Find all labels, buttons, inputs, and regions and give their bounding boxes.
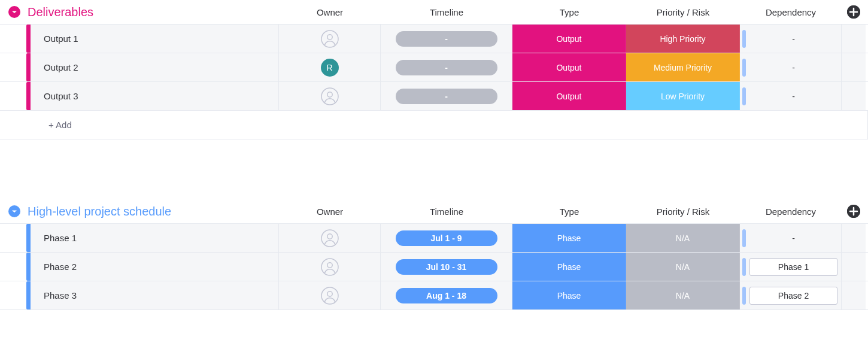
owner-cell[interactable] — [279, 25, 381, 53]
type-label: Output — [556, 34, 581, 44]
column-header-owner[interactable]: Owner — [279, 207, 381, 217]
item-name-cell[interactable]: Output 3 — [31, 82, 279, 110]
item-name-cell[interactable]: Phase 2 — [31, 253, 279, 281]
priority-label: Low Priority — [661, 92, 705, 101]
row-trailing-cell — [842, 224, 866, 252]
column-header-timeline[interactable]: Timeline — [381, 7, 512, 17]
owner-cell[interactable]: R — [279, 53, 381, 81]
dependency-cell[interactable]: - — [740, 82, 842, 110]
svg-point-12 — [321, 287, 338, 304]
item-name: Phase 3 — [44, 290, 77, 300]
timeline-pill: Jul 10 - 31 — [396, 259, 497, 275]
priority-cell[interactable]: N/A — [626, 224, 740, 252]
row-accent — [26, 224, 31, 252]
priority-label: High Priority — [660, 34, 705, 44]
chevron-down-icon[interactable] — [8, 6, 20, 18]
type-cell[interactable]: Output — [512, 25, 626, 53]
dependency-cell[interactable]: Phase 1 — [740, 253, 842, 281]
type-label: Output — [556, 63, 581, 72]
timeline-cell[interactable]: - — [381, 25, 512, 53]
priority-cell[interactable]: Medium Priority — [626, 53, 740, 81]
dependency-value: Phase 2 — [749, 287, 837, 305]
row-indent — [0, 53, 26, 81]
owner-cell[interactable] — [279, 224, 381, 252]
chevron-down-icon[interactable] — [8, 205, 20, 217]
dependency-cell[interactable]: - — [740, 53, 842, 81]
add-column-cell — [842, 205, 866, 218]
owner-cell[interactable] — [279, 253, 381, 281]
group-schedule: High-level project scheduleOwnerTimeline… — [0, 199, 868, 310]
row-accent — [26, 82, 31, 110]
owner-cell[interactable] — [279, 281, 381, 309]
priority-cell[interactable]: High Priority — [626, 25, 740, 53]
column-header-owner[interactable]: Owner — [279, 7, 381, 17]
add-item-row[interactable]: + Add — [0, 110, 868, 139]
row-trailing-cell — [842, 82, 866, 110]
type-cell[interactable]: Phase — [512, 281, 626, 309]
dependency-accent — [742, 30, 746, 48]
group-deliverables: DeliverablesOwnerTimelineTypePriority / … — [0, 0, 868, 139]
add-column-cell — [842, 5, 866, 19]
column-header-dependency[interactable]: Dependency — [740, 7, 842, 17]
type-label: Output — [556, 92, 581, 101]
row-indent — [0, 82, 26, 110]
dependency-cell[interactable]: Phase 2 — [740, 281, 842, 309]
timeline-cell[interactable]: Jul 1 - 9 — [381, 224, 512, 252]
add-column-button[interactable] — [847, 5, 860, 19]
column-header-dependency[interactable]: Dependency — [740, 207, 842, 217]
priority-cell[interactable]: N/A — [626, 281, 740, 309]
owner-cell[interactable] — [279, 82, 381, 110]
add-column-button[interactable] — [847, 205, 860, 218]
column-header-priority[interactable]: Priority / Risk — [626, 207, 740, 217]
timeline-cell[interactable]: Aug 1 - 18 — [381, 281, 512, 309]
dependency-value: - — [749, 30, 837, 48]
type-cell[interactable]: Output — [512, 53, 626, 81]
row-trailing-cell — [842, 281, 866, 309]
timeline-cell[interactable]: - — [381, 53, 512, 81]
priority-cell[interactable]: N/A — [626, 253, 740, 281]
item-name-cell[interactable]: Phase 3 — [31, 281, 279, 309]
type-cell[interactable]: Output — [512, 82, 626, 110]
type-cell[interactable]: Phase — [512, 224, 626, 252]
row-trailing-cell — [842, 25, 866, 53]
table-row[interactable]: Output 3-OutputLow Priority- — [0, 81, 868, 110]
table-row[interactable]: Phase 3Aug 1 - 18PhaseN/APhase 2 — [0, 281, 868, 309]
add-item-label[interactable]: + Add — [31, 111, 868, 139]
dependency-accent — [742, 229, 746, 247]
priority-cell[interactable]: Low Priority — [626, 82, 740, 110]
priority-label: Medium Priority — [654, 63, 712, 72]
timeline-cell[interactable]: Jul 10 - 31 — [381, 253, 512, 281]
table-row[interactable]: Phase 1Jul 1 - 9PhaseN/A- — [0, 223, 868, 252]
table-row[interactable]: Phase 2Jul 10 - 31PhaseN/APhase 1 — [0, 252, 868, 281]
dependency-value: - — [749, 229, 837, 247]
item-name-cell[interactable]: Output 1 — [31, 25, 279, 53]
column-header-type[interactable]: Type — [512, 7, 626, 17]
dependency-cell[interactable]: - — [740, 224, 842, 252]
dependency-accent — [742, 258, 746, 276]
table-row[interactable]: Output 1-OutputHigh Priority- — [0, 24, 868, 53]
item-name-cell[interactable]: Output 2 — [31, 53, 279, 81]
row-accent — [26, 53, 31, 81]
dependency-cell[interactable]: - — [740, 25, 842, 53]
item-name-cell[interactable]: Phase 1 — [31, 224, 279, 252]
item-name: Output 3 — [44, 91, 78, 101]
timeline-pill: - — [396, 60, 497, 75]
priority-label: N/A — [676, 291, 690, 300]
timeline-cell[interactable]: - — [381, 82, 512, 110]
svg-point-9 — [327, 233, 332, 238]
table-row[interactable]: Output 2R-OutputMedium Priority- — [0, 53, 868, 81]
group-title[interactable]: High-level project schedule — [28, 205, 279, 218]
type-cell[interactable]: Phase — [512, 253, 626, 281]
column-header-type[interactable]: Type — [512, 207, 626, 217]
person-icon — [321, 258, 339, 276]
item-name: Phase 2 — [44, 262, 77, 272]
group-title[interactable]: Deliverables — [28, 5, 279, 19]
item-name: Phase 1 — [44, 233, 77, 243]
svg-point-3 — [327, 34, 332, 39]
column-header-timeline[interactable]: Timeline — [381, 207, 512, 217]
svg-point-10 — [321, 259, 338, 275]
dependency-accent — [742, 87, 746, 105]
group-header: DeliverablesOwnerTimelineTypePriority / … — [0, 0, 868, 24]
column-header-priority[interactable]: Priority / Risk — [626, 7, 740, 17]
person-icon — [321, 30, 339, 48]
